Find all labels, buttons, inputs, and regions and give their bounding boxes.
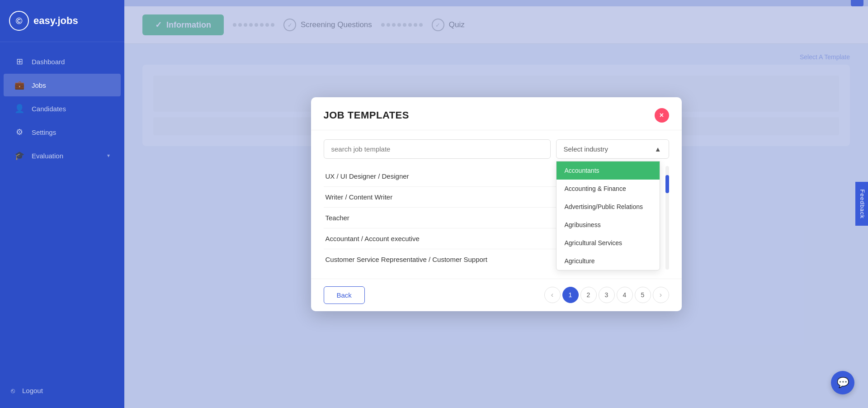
sidebar: © easy.jobs ⊞ Dashboard 💼 Jobs 👤 Candida… [0,0,124,408]
chat-icon: 💬 [837,377,849,389]
candidates-icon: 👤 [14,104,24,114]
chevron-down-icon: ▾ [107,152,110,159]
modal-body: Select industry ▲ Accountants Accounting… [311,130,682,279]
sidebar-nav: ⊞ Dashboard 💼 Jobs 👤 Candidates ⚙ Settin… [0,42,124,380]
logo-icon: © [9,11,29,31]
page-1-button[interactable]: 1 [562,287,579,303]
industry-select-button[interactable]: Select industry ▲ [556,139,669,159]
sidebar-item-jobs[interactable]: 💼 Jobs [4,74,121,96]
chat-bubble[interactable]: 💬 [831,371,854,394]
modal-footer: Back ‹ 1 2 3 4 5 › [311,279,682,311]
dropdown-item-agriculture[interactable]: Agriculture [557,252,660,270]
sidebar-item-candidates[interactable]: 👤 Candidates [4,97,121,120]
page-3-button[interactable]: 3 [599,287,615,303]
main-content: ✓ Information ✓ Screening Questions ✓ Qu… [124,0,868,408]
next-page-button[interactable]: › [653,287,669,303]
scrollbar-thumb [665,175,669,193]
prev-page-button[interactable]: ‹ [544,287,561,303]
settings-icon: ⚙ [14,127,24,137]
modal-overlay: JOB TEMPLATES × Select industry ▲ Accoun… [124,0,868,408]
search-row: Select industry ▲ Accountants Accounting… [324,139,669,159]
modal-close-button[interactable]: × [655,108,669,123]
sidebar-item-label: Evaluation [32,152,63,160]
page-5-button[interactable]: 5 [635,287,651,303]
job-templates-modal: JOB TEMPLATES × Select industry ▲ Accoun… [311,97,682,311]
sidebar-item-label: Settings [32,128,56,136]
chevron-up-icon: ▲ [655,145,661,153]
industry-dropdown: Accountants Accounting & Finance Adverti… [556,161,660,270]
jobs-icon: 💼 [14,80,24,90]
industry-select-label: Select industry [564,145,608,153]
modal-title: JOB TEMPLATES [324,109,409,121]
search-input[interactable] [324,139,551,159]
industry-select-wrapper: Select industry ▲ Accountants Accounting… [556,139,669,159]
dashboard-icon: ⊞ [14,57,24,66]
logout-icon: ⎋ [11,387,15,394]
sidebar-item-label: Jobs [32,81,46,89]
logout-item[interactable]: ⎋ Logout [0,380,124,401]
page-4-button[interactable]: 4 [617,287,633,303]
logout-label: Logout [22,387,43,394]
sidebar-item-settings[interactable]: ⚙ Settings [4,121,121,143]
sidebar-item-evaluation[interactable]: 🎓 Evaluation ▾ [4,144,121,167]
logo-text: easy.jobs [33,15,78,27]
modal-header: JOB TEMPLATES × [311,97,682,130]
dropdown-item-accounting-finance[interactable]: Accounting & Finance [557,180,660,198]
dropdown-item-agribusiness[interactable]: Agribusiness [557,216,660,234]
feedback-tab[interactable]: Feedback [855,182,868,226]
pagination: ‹ 1 2 3 4 5 › [544,287,669,303]
sidebar-item-label: Dashboard [32,58,65,66]
page-2-button[interactable]: 2 [580,287,597,303]
dropdown-item-advertising[interactable]: Advertising/Public Relations [557,198,660,216]
evaluation-icon: 🎓 [14,151,24,161]
modal-scrollbar[interactable] [665,166,669,270]
back-button[interactable]: Back [324,286,365,304]
dropdown-item-agricultural-services[interactable]: Agricultural Services [557,234,660,252]
sidebar-item-dashboard[interactable]: ⊞ Dashboard [4,50,121,73]
dropdown-item-accountants[interactable]: Accountants [557,161,660,180]
sidebar-item-label: Candidates [32,105,66,113]
logo-area: © easy.jobs [0,0,124,42]
